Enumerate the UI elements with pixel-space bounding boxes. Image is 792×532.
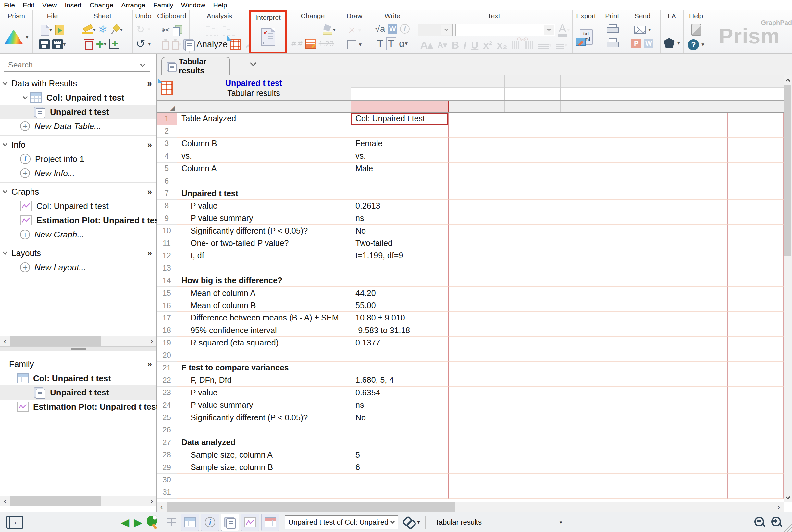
empty-cell[interactable]	[504, 137, 560, 150]
row-label-cell[interactable]: P value summary	[177, 399, 351, 411]
email-button[interactable]: ▾	[634, 26, 651, 34]
empty-cell[interactable]	[672, 299, 728, 312]
empty-cell[interactable]	[560, 349, 616, 361]
search-box[interactable]	[4, 58, 150, 72]
analysis-parameters-icon[interactable]	[161, 81, 173, 95]
scrollbar-thumb[interactable]	[784, 85, 791, 256]
paste-button[interactable]	[162, 39, 169, 50]
row-label-cell[interactable]: Sample size, column A	[177, 449, 351, 461]
row-value-cell[interactable]: vs.	[351, 150, 448, 162]
row-number[interactable]: 30	[157, 474, 177, 486]
font-color-button[interactable]: A▾	[558, 23, 570, 37]
empty-cell[interactable]	[728, 113, 784, 125]
empty-cell[interactable]	[728, 411, 784, 424]
empty-column-header[interactable]	[672, 75, 728, 100]
sidebar-item-new-info[interactable]: + New Info...	[0, 166, 156, 180]
empty-cell[interactable]	[560, 486, 616, 499]
empty-cell[interactable]	[560, 449, 616, 461]
empty-cell[interactable]	[616, 175, 672, 187]
empty-cell[interactable]	[616, 436, 672, 449]
empty-cell[interactable]	[504, 113, 560, 125]
empty-column-header[interactable]	[504, 75, 560, 100]
empty-column-header[interactable]	[448, 75, 504, 100]
empty-cell[interactable]	[448, 137, 504, 150]
scroll-left-icon[interactable]: ‹	[0, 496, 10, 506]
new-graph-sheet-button[interactable]: +	[109, 39, 119, 49]
empty-cell[interactable]	[616, 237, 672, 249]
empty-cell[interactable]	[560, 150, 616, 162]
empty-cell[interactable]	[672, 362, 728, 374]
empty-cell[interactable]	[728, 175, 784, 187]
empty-cell[interactable]	[560, 474, 616, 486]
empty-cell[interactable]	[728, 187, 784, 200]
copy-button[interactable]	[173, 25, 182, 35]
sidebar-item-new-layout[interactable]: + New Layout...	[0, 260, 156, 274]
empty-cell[interactable]	[728, 137, 784, 150]
empty-cell[interactable]	[560, 113, 616, 125]
sidebar-item-new-data-table[interactable]: + New Data Table...	[0, 119, 156, 133]
draw-shape-button[interactable]: ▾	[347, 40, 362, 49]
empty-cell[interactable]	[728, 299, 784, 312]
empty-cell[interactable]	[448, 399, 504, 411]
row-value-cell[interactable]	[351, 349, 448, 361]
empty-cell[interactable]	[616, 137, 672, 150]
empty-cell[interactable]	[728, 212, 784, 225]
horizontal-scrollbar[interactable]: ‹ ›	[157, 502, 784, 512]
empty-cell[interactable]	[616, 362, 672, 374]
section-layouts[interactable]: Layouts »	[0, 246, 156, 260]
row-label-cell[interactable]: F, DFn, Dfd	[177, 374, 351, 386]
empty-cell[interactable]	[728, 399, 784, 411]
empty-cell[interactable]	[672, 374, 728, 386]
scroll-right-icon[interactable]: ›	[147, 496, 156, 506]
row-value-cell[interactable]	[351, 125, 448, 137]
menu-file[interactable]: File	[0, 0, 19, 11]
empty-cell[interactable]	[504, 337, 560, 349]
empty-cell[interactable]	[448, 287, 504, 299]
empty-cell[interactable]	[616, 212, 672, 225]
row-value-cell[interactable]: 55.00	[351, 299, 448, 312]
empty-cell[interactable]	[504, 411, 560, 424]
empty-cell[interactable]	[504, 299, 560, 312]
empty-cell[interactable]	[504, 349, 560, 361]
row-number[interactable]: 29	[157, 461, 177, 474]
row-number[interactable]: 8	[157, 200, 177, 212]
row-label-cell[interactable]: t, df	[177, 249, 351, 262]
empty-cell[interactable]	[728, 125, 784, 137]
row-label-cell[interactable]: F test to compare variances	[177, 362, 351, 374]
scroll-right-icon[interactable]: ›	[147, 336, 156, 346]
empty-column-header[interactable]	[616, 100, 672, 112]
toggle-navigator-button[interactable]	[6, 516, 23, 529]
section-expand-icon[interactable]: »	[147, 187, 152, 197]
row-value-cell[interactable]: 10.80 ± 9.010	[351, 312, 448, 324]
menu-window[interactable]: Window	[177, 0, 209, 11]
number-format-button[interactable]: 1.23	[319, 39, 334, 48]
tab-list-chevron-icon[interactable]	[250, 60, 256, 66]
empty-cell[interactable]	[616, 113, 672, 125]
row-label-cell[interactable]: Sample size, column B	[177, 461, 351, 474]
empty-cell[interactable]	[504, 212, 560, 225]
row-label-cell[interactable]	[177, 424, 351, 436]
section-expand-icon[interactable]: »	[147, 140, 152, 150]
empty-cell[interactable]	[560, 237, 616, 249]
view-results-button[interactable]	[221, 514, 239, 531]
row-value-cell[interactable]: 44.20	[351, 287, 448, 299]
view-graph-button[interactable]	[241, 514, 259, 531]
row-number[interactable]: 15	[157, 287, 177, 299]
save-as-button[interactable]: ▾	[52, 39, 66, 49]
empty-cell[interactable]	[616, 274, 672, 287]
empty-cell[interactable]	[728, 225, 784, 237]
next-sheet-button[interactable]: ▶	[134, 517, 142, 528]
empty-cell[interactable]	[728, 337, 784, 349]
empty-cell[interactable]	[560, 163, 616, 175]
empty-cell[interactable]	[672, 324, 728, 337]
row-label-cell[interactable]: One- or two-tailed P value?	[177, 237, 351, 249]
row-label-cell[interactable]: Mean of column A	[177, 287, 351, 299]
empty-cell[interactable]	[504, 287, 560, 299]
empty-cell[interactable]	[672, 436, 728, 449]
empty-cell[interactable]	[448, 349, 504, 361]
empty-cell[interactable]	[672, 274, 728, 287]
tab-tabular-results[interactable]: Tabular results	[161, 57, 230, 75]
empty-cell[interactable]	[560, 175, 616, 187]
row-number[interactable]: 28	[157, 449, 177, 461]
empty-cell[interactable]	[504, 125, 560, 137]
